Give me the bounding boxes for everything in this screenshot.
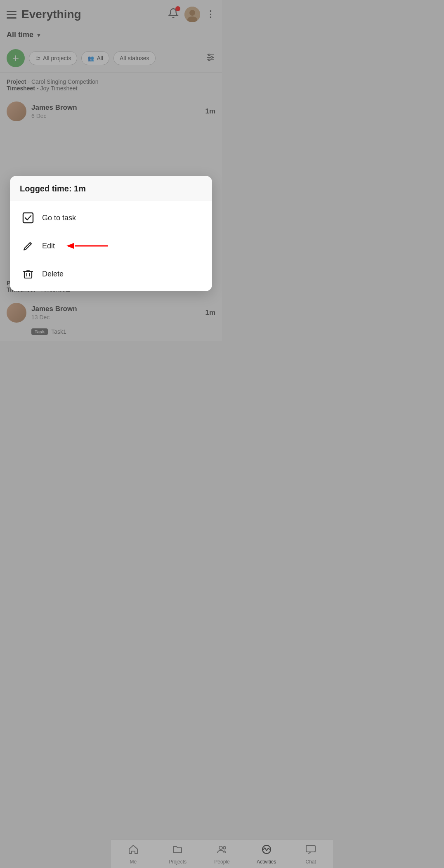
go-to-task-item[interactable]: Go to task: [10, 204, 212, 232]
delete-label: Delete: [42, 270, 64, 278]
svg-marker-11: [66, 243, 74, 249]
trash-icon: [21, 267, 35, 281]
edit-icon: [21, 239, 35, 252]
svg-rect-9: [23, 213, 33, 223]
checkbox-icon: [21, 211, 35, 224]
edit-label: Edit: [42, 242, 55, 250]
modal-header: Logged time: 1m: [10, 176, 212, 200]
delete-item[interactable]: Delete: [10, 260, 212, 288]
modal-title: Logged time: 1m: [20, 184, 202, 193]
go-to-task-label: Go to task: [42, 214, 76, 222]
modal-body: Go to task Edit: [10, 200, 212, 291]
context-menu-modal: Logged time: 1m Go to task: [10, 176, 212, 291]
svg-rect-12: [24, 271, 32, 278]
red-arrow-annotation: [66, 241, 112, 250]
edit-item[interactable]: Edit: [10, 232, 212, 260]
